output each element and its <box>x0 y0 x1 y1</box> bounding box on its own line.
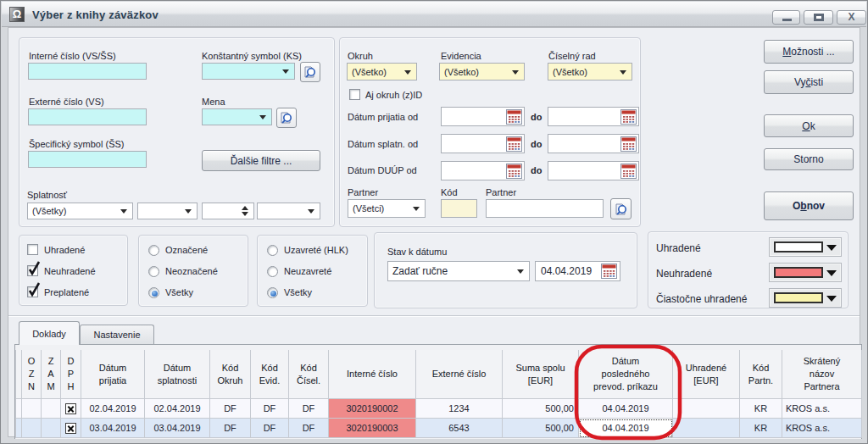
stav-k-datumu-select[interactable]: Zadať ručne <box>387 261 530 281</box>
obnov-button-label: Obnov <box>793 200 825 212</box>
title-bar[interactable]: Ω Výber z knihy záväzkov X <box>2 2 866 27</box>
externe-cislo-input[interactable] <box>28 108 147 125</box>
stav-k-datumu-label: Stav k dátumu <box>387 247 447 257</box>
cell-ozn <box>22 419 42 438</box>
obnov-button[interactable]: Obnov <box>764 191 854 220</box>
konstantny-symbol-label: Konštantný symbol (KS) <box>202 51 302 61</box>
chevron-down-icon <box>259 115 266 119</box>
date-from-input-2[interactable] <box>441 161 525 180</box>
column-header-ozn[interactable]: OZN <box>22 350 42 399</box>
app-omega-icon: Ω <box>9 7 25 22</box>
cell-partner: KROS a.s. <box>782 399 862 419</box>
okruh-select[interactable]: (Všetko) <box>347 63 417 80</box>
table-row[interactable]: 02.04.201902.04.2019DFDFDF30201900021234… <box>15 399 862 419</box>
color-row-select-2[interactable] <box>769 288 842 308</box>
column-header-text: Externé číslo <box>432 368 487 380</box>
calendar-icon[interactable] <box>601 264 617 279</box>
evidencia-select[interactable]: (Všetko) <box>439 63 525 80</box>
column-header-kod_evid[interactable]: KódEvid. <box>251 350 289 399</box>
column-header-partner[interactable]: SkrátenýnázovPartnera <box>782 350 862 399</box>
column-header-datum_prevod[interactable]: Dátumposlednéhoprevod. príkazu <box>579 350 673 399</box>
paid-checkbox-1[interactable] <box>27 265 38 276</box>
column-header-zam[interactable]: ZAM <box>42 350 61 399</box>
tab-nastavenie[interactable]: Nastavenie <box>80 325 154 344</box>
paid-checkbox-0[interactable] <box>27 244 38 255</box>
mena-lookup-button[interactable] <box>276 108 297 128</box>
calendar-icon[interactable] <box>506 136 522 152</box>
dalsie-filtre-button[interactable]: Ďalšie filtre ... <box>202 150 320 171</box>
column-header-kod_cisel[interactable]: KódČísel. <box>289 350 329 399</box>
calendar-icon[interactable] <box>620 164 637 179</box>
column-header-kod_okruh[interactable]: KódOkruh <box>210 350 251 399</box>
aj-okruh-checkbox[interactable] <box>349 89 360 100</box>
column-header-text: Interné číslo <box>347 368 398 380</box>
splatnost-days-stepper[interactable] <box>202 203 254 219</box>
konstantny-symbol-select[interactable] <box>202 63 295 80</box>
evidencia-value: (Všetko) <box>444 67 479 77</box>
ciselny-rad-select[interactable]: (Všetko) <box>548 63 632 80</box>
date-to-input-2[interactable] <box>548 161 639 180</box>
splatnost-select-2[interactable] <box>137 203 198 219</box>
tab-doklady[interactable]: Doklady <box>19 321 80 345</box>
interne-cislo-input[interactable] <box>28 63 147 80</box>
column-header-text: SkrátenýnázovPartnera <box>804 355 840 393</box>
konstantny-symbol-lookup-button[interactable] <box>300 62 320 82</box>
closed-radio-2[interactable] <box>267 287 278 298</box>
splatnost-select[interactable]: (Všetky) <box>27 203 133 219</box>
maximize-button[interactable] <box>804 10 833 25</box>
specificky-symbol-input[interactable] <box>28 151 147 168</box>
dialog-window: Ω Výber z knihy záväzkov X Interné číslo… <box>0 0 868 444</box>
splatnost-select-3[interactable] <box>257 203 320 219</box>
stav-datum-input[interactable]: 04.04.2019 <box>535 261 620 281</box>
paid-checkbox-2[interactable] <box>27 286 38 297</box>
cell-interne_cislo: 3020190003 <box>329 419 416 438</box>
column-header-suma_spolu[interactable]: Suma spolu[EUR] <box>503 350 579 399</box>
storno-button[interactable]: Storno <box>764 148 854 170</box>
minimize-button[interactable] <box>772 10 800 25</box>
partner-lookup-button[interactable] <box>610 198 632 219</box>
marked-radio-1[interactable] <box>148 266 159 277</box>
okruh-value: (Všetko) <box>352 67 387 77</box>
cell-kod_evid: DF <box>251 399 289 419</box>
ok-button-label: Ok <box>802 120 815 132</box>
calendar-icon[interactable] <box>620 136 637 152</box>
vycisti-button[interactable]: Vyčisti <box>764 70 854 94</box>
column-header-datum_prijatia[interactable]: Dátumprijatia <box>81 350 145 399</box>
marked-radio-2[interactable] <box>148 287 159 298</box>
closed-radio-0[interactable] <box>267 245 278 256</box>
column-header-text: KódPartn. <box>748 362 773 387</box>
marked-radio-0[interactable] <box>148 245 159 256</box>
column-header-externe_cislo[interactable]: Externé číslo <box>416 350 503 399</box>
moznosti-button[interactable]: Možnosti ... <box>764 40 854 64</box>
color-row-select-1[interactable] <box>769 263 842 282</box>
calendar-icon[interactable] <box>506 109 522 125</box>
date-to-input-0[interactable] <box>548 107 639 126</box>
marked-label-0: Označené <box>165 245 208 255</box>
column-header-interne_cislo[interactable]: Interné číslo <box>329 350 416 399</box>
date-from-input-0[interactable] <box>441 107 525 126</box>
mena-select[interactable] <box>202 108 272 125</box>
table-row[interactable]: 03.04.201903.04.2019DFDFDF30201900036543… <box>15 419 862 438</box>
color-swatch-2 <box>774 292 823 303</box>
cell-datum_splatnosti: 03.04.2019 <box>145 419 210 438</box>
ok-button[interactable]: Ok <box>764 114 854 137</box>
chevron-down-icon <box>517 269 524 274</box>
calendar-icon[interactable] <box>620 109 637 125</box>
column-header-text: DPH <box>68 355 75 393</box>
date-to-input-1[interactable] <box>548 134 639 153</box>
close-button[interactable]: X <box>837 10 866 25</box>
chevron-down-icon <box>282 69 289 74</box>
date-from-input-1[interactable] <box>441 134 525 153</box>
paid-label-0: Uhradené <box>44 245 85 255</box>
column-header-uhradene[interactable]: Uhradené[EUR] <box>673 350 740 399</box>
partner-select[interactable]: (Všetci) <box>348 199 426 218</box>
column-header-kod_partn[interactable]: KódPartn. <box>740 350 782 399</box>
calendar-icon[interactable] <box>506 164 522 179</box>
kod-input[interactable] <box>441 199 477 218</box>
closed-radio-1[interactable] <box>267 266 278 277</box>
column-header-datum_splatnosti[interactable]: Dátumsplatnosti <box>145 350 210 399</box>
moznosti-button-label: Možnosti ... <box>782 46 834 58</box>
partner-input[interactable] <box>486 199 604 218</box>
column-header-dph[interactable]: DPH <box>61 350 81 399</box>
color-row-select-0[interactable] <box>769 237 842 257</box>
